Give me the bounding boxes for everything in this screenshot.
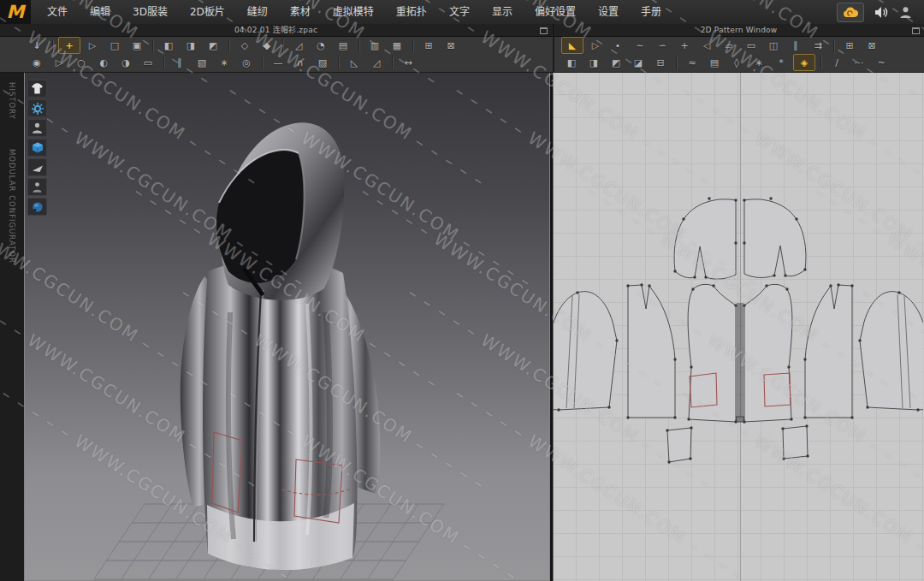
show-3d-box-icon[interactable] xyxy=(27,139,47,157)
mesh-quad-2d-icon[interactable]: ⊞ xyxy=(839,38,860,53)
stitch-display-icon[interactable]: ∥ xyxy=(169,55,190,70)
menu-item[interactable]: 编辑 xyxy=(79,1,121,24)
mn-segment-sewing-icon[interactable]: ◩ xyxy=(606,55,626,70)
pin-tack-icon[interactable]: ◇ xyxy=(234,38,255,53)
mesh-triangle-icon[interactable]: ⊠ xyxy=(441,38,461,53)
menu-item[interactable]: 文件 xyxy=(36,1,79,24)
menu-item[interactable]: 素材 xyxy=(279,1,322,24)
tab-modular-configurator[interactable]: MODULAR CONFIGURATOR xyxy=(8,149,16,264)
edit-pattern-icon[interactable]: ▷ xyxy=(82,38,103,53)
left-tab-strip: HISTORY MODULAR CONFIGURATOR xyxy=(0,72,24,581)
render-sphere-icon[interactable] xyxy=(27,198,47,216)
menu-item[interactable]: 偏好设置 xyxy=(524,1,587,24)
wrinkle-map-icon[interactable]: ∗ xyxy=(214,55,234,70)
rectangle-icon[interactable]: ▭ xyxy=(741,38,761,53)
pin-garment-icon[interactable]: ▤ xyxy=(333,38,353,53)
pattern-image-icon[interactable]: ◫ xyxy=(763,38,784,53)
simulation-gear-icon[interactable] xyxy=(27,99,47,117)
avatar-pose-icon[interactable]: ○ xyxy=(71,55,92,70)
menu-item[interactable]: 文字 xyxy=(438,1,481,24)
pleats-fold-icon[interactable]: ⇉ xyxy=(808,38,828,53)
edit-sewing-icon[interactable]: ⊟ xyxy=(650,55,671,70)
free-sewing-icon[interactable]: ◨ xyxy=(181,38,201,53)
show-garment-icon[interactable] xyxy=(27,80,47,98)
show-plane-icon[interactable] xyxy=(27,158,47,176)
buttons-icon[interactable]: ◎ xyxy=(236,55,257,70)
move-gizmo-icon[interactable]: ↔ xyxy=(398,55,418,70)
grainline-icon[interactable]: ◈ xyxy=(793,54,815,71)
trace-line-icon[interactable]: ⋯ xyxy=(849,55,869,70)
fabric-swatch-icon[interactable]: ▨ xyxy=(312,55,333,70)
avatar-display-icon[interactable]: ◉ xyxy=(27,55,47,70)
select-move-icon[interactable]: + xyxy=(58,37,80,54)
toolbar-separator xyxy=(358,39,359,52)
pattern-sleeve-right xyxy=(860,292,923,410)
edit-curvature-icon[interactable]: ∼ xyxy=(630,38,650,53)
tab-history[interactable]: HISTORY xyxy=(8,82,16,120)
menu-item[interactable]: 3D服装 xyxy=(121,1,179,24)
show-avatar-icon[interactable] xyxy=(27,119,47,137)
user-account-icon[interactable] xyxy=(899,6,912,19)
transform-pattern-icon[interactable]: ▣ xyxy=(127,38,147,53)
pleats-icon[interactable]: ∥ xyxy=(785,38,806,53)
edit-point-icon[interactable]: ∙ xyxy=(607,38,628,53)
float-window-icon[interactable] xyxy=(912,27,920,34)
main-area: HISTORY MODULAR CONFIGURATOR xyxy=(0,72,924,581)
tack-on-avatar-icon[interactable]: ◆ xyxy=(257,38,277,53)
menu-item[interactable]: 重拓扑 xyxy=(385,1,438,24)
menu-item[interactable]: 2D板片 xyxy=(179,1,236,24)
seam-allowance-icon[interactable]: ~ xyxy=(871,55,891,70)
import-garment-icon[interactable]: ↓ xyxy=(27,38,47,53)
menu-item[interactable]: 虚拟模特 xyxy=(322,1,385,24)
internal-line-icon[interactable]: ∕ xyxy=(826,55,847,70)
float-window-icon[interactable] xyxy=(540,27,548,34)
mannequin-y-icon[interactable]: ◑ xyxy=(116,55,136,70)
menu-item[interactable]: 手册 xyxy=(630,1,672,24)
pin-2d-icon[interactable]: ∗ xyxy=(749,55,769,70)
tack-seam-icon[interactable]: ▤ xyxy=(704,55,725,70)
cloud-sync-button[interactable] xyxy=(837,3,864,22)
avatar-bust-icon[interactable] xyxy=(27,178,47,196)
segment-sewing-icon[interactable]: ◧ xyxy=(158,38,179,53)
gravity-icon[interactable]: ◿ xyxy=(366,55,387,70)
avatar-select-icon[interactable]: ▷ xyxy=(49,55,69,70)
transform-pattern-2d-icon[interactable]: ◣ xyxy=(561,37,583,54)
mn-free-sewing-icon[interactable]: ◪ xyxy=(628,55,649,70)
3d-toolbar: ↓+▷□▣◧◨◩◇◆◿◔▤▥▦⊞⊠ ◉▷○◐◑▭∥▧∗◎—∩▨◺◿↔ xyxy=(0,37,553,73)
pattern-sleeve-left xyxy=(554,292,617,410)
menu-item[interactable]: 显示 xyxy=(481,1,524,24)
mn-sewing-icon[interactable]: ◩ xyxy=(203,38,223,53)
arrange-bottoms-icon[interactable]: ▦ xyxy=(387,38,407,53)
mesh-triangle-2d-icon[interactable]: ⊠ xyxy=(862,38,882,53)
glue-tack-icon[interactable]: ◊ xyxy=(726,55,747,70)
mannequin-x-icon[interactable]: ◐ xyxy=(93,55,114,70)
garment-fit-icon[interactable]: ▧ xyxy=(192,55,212,70)
3d-viewport[interactable] xyxy=(24,72,550,581)
seam-taping-icon[interactable]: — xyxy=(268,55,288,70)
edit-rectangle-icon[interactable]: □ xyxy=(104,38,125,53)
2d-toolbar-row-2: ◧◨◩◪⊟≈▤◊∗*◈∕⋯~ xyxy=(554,54,924,71)
3d-window-title: 04.02.01 连帽衫.zpac xyxy=(0,24,552,36)
edit-pattern-2d-icon[interactable]: ▷ xyxy=(585,38,606,53)
edit-curve-point-icon[interactable]: ∽ xyxy=(652,38,672,53)
fold-pleat-icon[interactable]: * xyxy=(771,55,791,70)
speaker-icon[interactable] xyxy=(874,6,889,19)
steam-icon[interactable]: ≈ xyxy=(682,55,702,70)
wind-controller-icon[interactable]: ◺ xyxy=(344,55,364,70)
arrange-tops-icon[interactable]: ▥ xyxy=(364,38,385,53)
mesh-quad-icon[interactable]: ⊞ xyxy=(418,38,439,53)
dart-icon[interactable]: ◁ xyxy=(696,38,717,53)
free-sewing-2d-icon[interactable]: ◨ xyxy=(583,55,604,70)
menu-item[interactable]: 缝纫 xyxy=(236,1,279,24)
measure-tape-icon[interactable]: ◔ xyxy=(311,38,331,53)
add-point-icon[interactable]: + xyxy=(674,38,695,53)
fold-arrangement-icon[interactable]: ◿ xyxy=(288,38,309,53)
segment-sewing-2d-icon[interactable]: ◧ xyxy=(561,55,582,70)
pattern-hood-left xyxy=(674,199,736,279)
avatar-tape-icon[interactable]: ▭ xyxy=(138,55,158,70)
polygon-icon[interactable]: ▱ xyxy=(719,38,739,53)
2d-pattern-viewport[interactable] xyxy=(553,72,924,581)
menu-item[interactable]: 设置 xyxy=(587,1,630,24)
pattern-front-right xyxy=(744,284,792,422)
solidify-icon[interactable]: ∩ xyxy=(290,55,311,70)
